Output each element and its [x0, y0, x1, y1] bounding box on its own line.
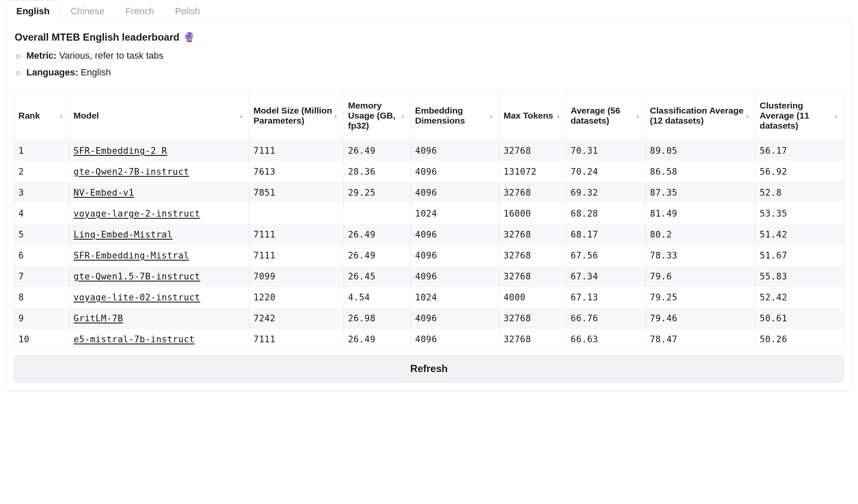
tab-english[interactable]: English: [6, 0, 60, 22]
tab-label: Polish: [175, 6, 200, 16]
cell-model: gte-Qwen2-7B-instruct: [69, 161, 249, 182]
table-row: 1SFR-Embedding-2_R711126.4940963276870.3…: [14, 140, 844, 162]
cell-clust: 52.8: [755, 182, 844, 203]
tab-label: French: [125, 6, 154, 16]
refresh-label: Refresh: [410, 363, 447, 374]
model-link[interactable]: GritLM-7B: [74, 313, 123, 323]
model-link[interactable]: voyage-large-2-instruct: [74, 209, 200, 219]
cell-rank: 9: [14, 308, 69, 329]
cell-mem: 26.49: [344, 329, 411, 346]
cell-emb: 1024: [411, 203, 499, 224]
model-link[interactable]: NV-Embed-v1: [74, 188, 134, 198]
cell-rank: 3: [14, 182, 69, 203]
cell-class: 78.33: [646, 245, 755, 266]
cell-mem: 4.54: [344, 287, 411, 308]
page-title-text: Overall MTEB English leaderboard: [15, 31, 179, 43]
cell-model: voyage-lite-02-instruct: [69, 287, 249, 308]
tab-chinese[interactable]: Chinese: [60, 0, 115, 22]
table-row: 6SFR-Embedding-Mistral711126.49409632768…: [14, 245, 844, 266]
col-avg[interactable]: Average (56 datasets)▲: [566, 91, 646, 140]
col-clust[interactable]: Clustering Average (11 datasets)▲: [755, 91, 844, 140]
cell-class: 81.49: [646, 203, 755, 224]
leaderboard-panel: Overall MTEB English leaderboard 🔮 Metri…: [6, 22, 852, 391]
cell-size: 7111: [249, 245, 344, 266]
col-label: Rank: [18, 111, 40, 120]
meta-key: Metric:: [26, 50, 57, 61]
sort-asc-icon: ▲: [238, 113, 244, 119]
cell-max: 32768: [499, 182, 566, 203]
cell-class: 86.58: [646, 161, 755, 182]
cell-rank: 4: [14, 203, 69, 224]
cell-model: voyage-large-2-instruct: [69, 203, 249, 224]
col-label: Embedding Dimensions: [415, 106, 465, 125]
cell-avg: 67.13: [566, 287, 646, 308]
table-header-row: Rank▲ Model▲ Model Size (Million Paramet…: [14, 91, 844, 140]
cell-max: 4000: [499, 287, 566, 308]
cell-clust: 56.92: [755, 161, 844, 182]
cell-max: 32768: [499, 140, 566, 162]
model-link[interactable]: SFR-Embedding-Mistral: [74, 251, 189, 261]
tab-label: Chinese: [70, 6, 104, 16]
cell-class: 87.35: [646, 182, 755, 203]
cell-model: e5-mistral-7b-instruct: [69, 329, 249, 346]
refresh-button[interactable]: Refresh: [14, 355, 844, 383]
table-row: 3NV-Embed-v1785129.2540963276869.3287.35…: [14, 182, 844, 203]
col-max[interactable]: Max Tokens▲: [499, 91, 566, 140]
cell-avg: 67.56: [566, 245, 646, 266]
sort-asc-icon: ▲: [556, 113, 561, 119]
col-class[interactable]: Classification Average (12 datasets)▲: [646, 91, 755, 140]
cell-class: 79.46: [646, 308, 755, 329]
cell-avg: 66.63: [566, 329, 646, 346]
meta-list: Metric: Various, refer to task tabs Lang…: [15, 47, 844, 81]
model-link[interactable]: Linq-Embed-Mistral: [74, 230, 173, 240]
table-row: 9GritLM-7B724226.9840963276866.7679.4650…: [14, 308, 844, 329]
col-label: Memory Usage (GB, fp32): [348, 101, 395, 130]
col-mem[interactable]: Memory Usage (GB, fp32)▲: [344, 91, 411, 140]
cell-max: 32768: [499, 266, 566, 287]
table-row: 5Linq-Embed-Mistral711126.4940963276868.…: [14, 224, 844, 245]
cell-model: NV-Embed-v1: [69, 182, 249, 203]
page-title: Overall MTEB English leaderboard 🔮: [15, 31, 844, 43]
cell-class: 78.47: [646, 329, 755, 346]
cell-model: GritLM-7B: [69, 308, 249, 329]
model-link[interactable]: SFR-Embedding-2_R: [74, 146, 167, 156]
table-row: 2gte-Qwen2-7B-instruct761328.36409613107…: [14, 161, 844, 182]
cell-size: 7111: [249, 329, 344, 346]
sort-asc-icon: ▲: [488, 113, 494, 119]
col-label: Average (56 datasets): [571, 106, 620, 125]
cell-class: 79.25: [646, 287, 755, 308]
sort-asc-icon: ▲: [59, 113, 64, 119]
col-rank[interactable]: Rank▲: [14, 91, 69, 140]
cell-clust: 55.83: [755, 266, 844, 287]
cell-clust: 51.67: [755, 245, 844, 266]
leaderboard-table-wrap[interactable]: Rank▲ Model▲ Model Size (Million Paramet…: [14, 91, 844, 346]
col-emb[interactable]: Embedding Dimensions▲: [411, 91, 499, 140]
cell-rank: 8: [14, 287, 69, 308]
meta-item-metric: Metric: Various, refer to task tabs: [15, 47, 844, 64]
cell-clust: 52.42: [755, 287, 844, 308]
cell-avg: 70.24: [566, 161, 646, 182]
cell-max: 32768: [499, 308, 566, 329]
tab-french[interactable]: French: [115, 0, 164, 22]
table-row: 4voyage-large-2-instruct10241600068.2881…: [14, 203, 844, 224]
tab-polish[interactable]: Polish: [165, 0, 211, 22]
cell-clust: 51.42: [755, 224, 844, 245]
cell-emb: 4096: [411, 224, 499, 245]
col-model[interactable]: Model▲: [69, 91, 249, 140]
sort-asc-icon: ▲: [744, 113, 750, 119]
cell-rank: 2: [14, 161, 69, 182]
cell-max: 16000: [499, 203, 566, 224]
cell-mem: [344, 203, 411, 224]
cell-avg: 68.28: [566, 203, 646, 224]
model-link[interactable]: gte-Qwen2-7B-instruct: [74, 167, 189, 177]
cell-emb: 4096: [411, 140, 499, 162]
cell-avg: 68.17: [566, 224, 646, 245]
cell-mem: 26.49: [344, 140, 411, 162]
model-link[interactable]: e5-mistral-7b-instruct: [74, 334, 195, 344]
model-link[interactable]: gte-Qwen1.5-7B-instruct: [74, 271, 200, 282]
col-size[interactable]: Model Size (Million Parameters)▲: [249, 91, 344, 140]
sort-asc-icon: ▲: [400, 113, 406, 119]
cell-emb: 4096: [411, 266, 499, 287]
model-link[interactable]: voyage-lite-02-instruct: [74, 292, 200, 302]
cell-size: 7613: [249, 161, 344, 182]
